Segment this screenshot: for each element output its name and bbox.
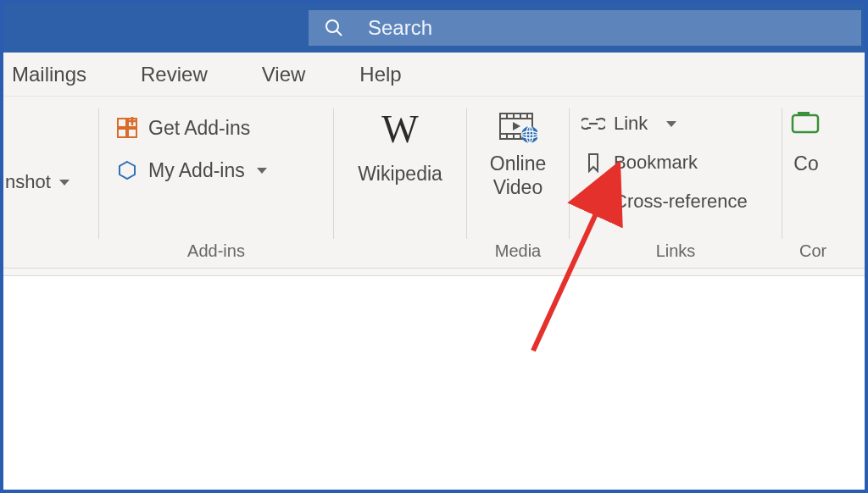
my-addins-icon	[114, 158, 140, 183]
group-screenshot: nshot	[3, 97, 98, 268]
link-icon	[581, 115, 605, 132]
search-box[interactable]: Search	[309, 10, 861, 46]
cross-reference-label: Cross-reference	[614, 191, 748, 213]
tab-help[interactable]: Help	[351, 63, 409, 86]
online-video-label: Online Video	[490, 152, 546, 199]
svg-marker-20	[513, 122, 520, 130]
ribbon-tabs: Mailings Review View Help	[3, 53, 865, 97]
wikipedia-label: Wikipedia	[358, 163, 442, 186]
tab-mailings[interactable]: Mailings	[3, 63, 95, 86]
ribbon: nshot Get Add-ins	[3, 97, 865, 268]
group-label-media: Media	[474, 240, 562, 264]
title-bar: Search	[3, 3, 865, 53]
group-comments: Co Cor	[782, 97, 865, 268]
group-label-screenshot	[3, 240, 92, 264]
search-icon	[324, 18, 344, 38]
chevron-down-icon	[257, 168, 267, 174]
wikipedia-button[interactable]: W Wikipedia	[358, 105, 442, 186]
link-button[interactable]: Link	[581, 107, 748, 141]
wikipedia-icon: W	[381, 110, 418, 149]
group-label-comments: Cor	[789, 240, 858, 264]
svg-rect-30	[798, 112, 810, 114]
get-addins-button[interactable]: Get Add-ins	[114, 115, 267, 141]
screenshot-label: nshot	[5, 171, 51, 193]
svg-point-0	[326, 20, 338, 32]
document-page[interactable]	[3, 276, 865, 493]
tab-view[interactable]: View	[253, 63, 314, 86]
online-video-icon	[498, 110, 537, 146]
my-addins-label: My Add-ins	[148, 159, 245, 182]
screenshot-button[interactable]: nshot	[0, 165, 75, 199]
get-addins-icon	[114, 115, 140, 141]
svg-line-1	[337, 30, 342, 36]
search-placeholder: Search	[368, 16, 432, 40]
comment-button[interactable]: Co	[789, 105, 823, 175]
group-label-addins: Add-ins	[106, 240, 326, 264]
group-media: Online Video Media	[467, 97, 569, 268]
online-video-button[interactable]: Online Video	[490, 105, 546, 199]
get-addins-label: Get Add-ins	[148, 117, 250, 140]
chevron-down-icon	[59, 180, 70, 186]
group-label-wikipedia	[341, 240, 459, 264]
ruler	[3, 268, 865, 276]
bookmark-label: Bookmark	[614, 152, 698, 174]
group-label-links: Links	[576, 240, 775, 264]
group-wikipedia: W Wikipedia	[334, 97, 466, 268]
svg-rect-29	[793, 115, 818, 132]
tab-review[interactable]: Review	[132, 63, 216, 86]
svg-marker-8	[120, 162, 135, 179]
comment-icon	[789, 110, 823, 144]
link-label: Link	[614, 113, 648, 135]
my-addins-button[interactable]: My Add-ins	[114, 158, 267, 183]
bookmark-button[interactable]: Bookmark	[581, 146, 748, 180]
svg-rect-5	[128, 129, 136, 137]
cross-reference-button[interactable]: Cross-reference	[581, 185, 748, 219]
cross-reference-icon	[581, 191, 605, 212]
chevron-down-icon	[666, 121, 676, 127]
group-links: Link Bookmark Cross-reference	[570, 97, 782, 268]
svg-rect-4	[118, 129, 126, 137]
comment-label: Co	[793, 152, 818, 175]
bookmark-icon	[581, 152, 605, 174]
svg-rect-2	[118, 119, 126, 127]
group-addins: Get Add-ins My Add-ins Add-ins	[99, 97, 333, 268]
